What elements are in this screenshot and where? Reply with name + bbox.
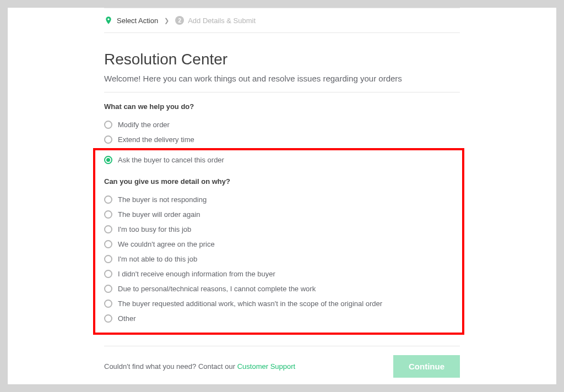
- radio-label: Other: [118, 314, 136, 323]
- step-add-details: 2 Add Details & Submit: [175, 16, 256, 25]
- question1-section: What can we help you do? Modify the orde…: [104, 102, 460, 148]
- step2-number-badge: 2: [175, 16, 184, 25]
- question1-heading: What can we help you do?: [104, 102, 460, 111]
- radio-icon: [104, 285, 112, 293]
- radio-cancel-order[interactable]: Ask the buyer to cancel this order: [104, 153, 453, 167]
- step1-label: Select Action: [117, 17, 158, 25]
- step-select-action[interactable]: Select Action: [104, 16, 158, 25]
- radio-additional-work[interactable]: The buyer requested additional work, whi…: [104, 296, 453, 311]
- page-title: Resolution Center: [104, 51, 460, 68]
- location-pin-icon: [104, 16, 113, 25]
- radio-icon: [104, 225, 112, 233]
- welcome-text: Welcome! Here you can work things out an…: [104, 74, 460, 92]
- radio-label: The buyer requested additional work, whi…: [118, 300, 382, 308]
- radio-icon: [104, 314, 112, 323]
- radio-label: Ask the buyer to cancel this order: [118, 156, 224, 164]
- radio-icon-selected: [104, 156, 112, 164]
- radio-extend-delivery[interactable]: Extend the delivery time: [104, 132, 460, 147]
- step2-label: Add Details & Submit: [188, 17, 256, 25]
- radio-icon: [104, 195, 112, 204]
- question2-heading: Can you give us more detail on why?: [104, 177, 453, 186]
- radio-icon: [104, 121, 112, 129]
- radio-buyer-order-again[interactable]: The buyer will order again: [104, 207, 453, 222]
- radio-icon: [104, 300, 112, 308]
- radio-label: I'm too busy for this job: [118, 225, 191, 233]
- highlight-box: Ask the buyer to cancel this order Can y…: [93, 148, 464, 335]
- radio-label: Due to personal/technical reasons, I can…: [118, 285, 316, 293]
- radio-label: I didn't receive enough information from…: [118, 270, 275, 278]
- radio-modify-order[interactable]: Modify the order: [104, 117, 460, 132]
- radio-label: We couldn't agree on the price: [118, 240, 215, 248]
- radio-price-disagree[interactable]: We couldn't agree on the price: [104, 237, 453, 252]
- radio-label: Modify the order: [118, 121, 170, 129]
- radio-icon: [104, 270, 112, 278]
- radio-not-enough-info[interactable]: I didn't receive enough information from…: [104, 266, 453, 281]
- radio-label: I'm not able to do this job: [118, 255, 197, 263]
- radio-label: The buyer will order again: [118, 210, 200, 219]
- radio-buyer-not-responding[interactable]: The buyer is not responding: [104, 192, 453, 207]
- radio-too-busy[interactable]: I'm too busy for this job: [104, 222, 453, 237]
- footer-bar: Couldn't find what you need? Contact our…: [104, 346, 460, 386]
- main-panel: Select Action ❯ 2 Add Details & Submit R…: [8, 8, 556, 384]
- radio-personal-technical[interactable]: Due to personal/technical reasons, I can…: [104, 281, 453, 296]
- footer-text: Couldn't find what you need? Contact our…: [104, 362, 295, 371]
- radio-icon: [104, 135, 112, 144]
- radio-other[interactable]: Other: [104, 311, 453, 326]
- customer-support-link[interactable]: Customer Support: [237, 362, 296, 371]
- continue-button[interactable]: Continue: [393, 355, 460, 378]
- radio-label: The buyer is not responding: [118, 195, 207, 204]
- radio-icon: [104, 240, 112, 248]
- footer-prefix: Couldn't find what you need? Contact our: [104, 362, 237, 371]
- radio-icon: [104, 255, 112, 263]
- radio-not-able[interactable]: I'm not able to do this job: [104, 252, 453, 266]
- radio-label: Extend the delivery time: [118, 135, 194, 144]
- radio-icon: [104, 210, 112, 219]
- chevron-right-icon: ❯: [164, 17, 169, 24]
- steps-bar: Select Action ❯ 2 Add Details & Submit: [104, 8, 460, 33]
